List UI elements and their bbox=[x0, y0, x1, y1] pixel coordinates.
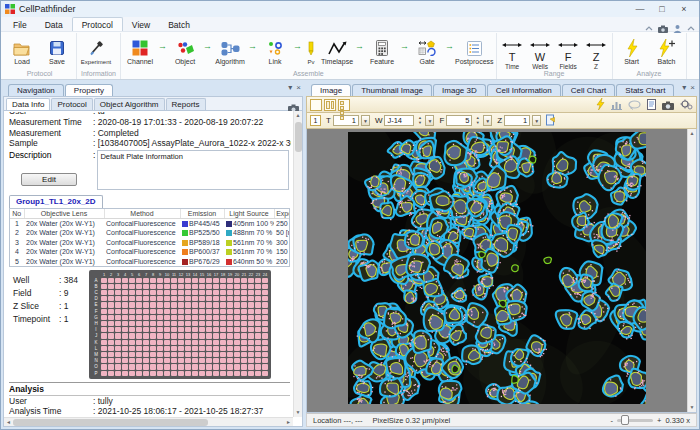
plate-well[interactable] bbox=[178, 352, 184, 357]
save-button[interactable]: Save bbox=[40, 38, 74, 65]
plate-well[interactable] bbox=[129, 371, 135, 376]
plate-well[interactable] bbox=[234, 358, 240, 363]
scroll-up-icon[interactable]: ▲ bbox=[688, 129, 697, 138]
plate-well[interactable] bbox=[248, 309, 254, 314]
tab-cell-chart[interactable]: Cell Chart bbox=[562, 84, 616, 96]
plate-well[interactable] bbox=[164, 371, 170, 376]
feature-button[interactable]: Feature bbox=[365, 38, 399, 65]
plate-well[interactable] bbox=[220, 346, 226, 351]
plate-well[interactable] bbox=[227, 352, 233, 357]
plate-well[interactable] bbox=[122, 371, 128, 376]
plate-well[interactable] bbox=[234, 340, 240, 345]
scroll-left-icon[interactable]: ◄ bbox=[4, 418, 13, 427]
zoom-out-button[interactable]: - bbox=[611, 416, 614, 425]
plate-well[interactable] bbox=[122, 358, 128, 363]
plate-well[interactable] bbox=[178, 302, 184, 307]
plate-well[interactable] bbox=[227, 296, 233, 301]
plate-well[interactable] bbox=[220, 364, 226, 369]
table-row[interactable]: 220x Water (20x W-Y1)ConfocalFluorescenc… bbox=[10, 228, 290, 238]
plate-well[interactable] bbox=[192, 333, 198, 338]
plate-well[interactable] bbox=[143, 352, 149, 357]
plate-well[interactable] bbox=[157, 278, 163, 283]
plate-well[interactable] bbox=[262, 302, 268, 307]
plate-well[interactable] bbox=[199, 352, 205, 357]
plate-well[interactable] bbox=[241, 315, 247, 320]
plate-well[interactable] bbox=[115, 340, 121, 345]
plate-well[interactable] bbox=[164, 296, 170, 301]
plate-well[interactable] bbox=[255, 302, 261, 307]
plate-well[interactable] bbox=[213, 315, 219, 320]
plate-well[interactable] bbox=[171, 327, 177, 332]
plate-well[interactable] bbox=[199, 315, 205, 320]
plate-well[interactable] bbox=[241, 290, 247, 295]
plate-well[interactable] bbox=[241, 321, 247, 326]
plate-well[interactable] bbox=[178, 358, 184, 363]
plate-well[interactable] bbox=[185, 364, 191, 369]
plate-well[interactable] bbox=[101, 340, 107, 345]
plate-well[interactable] bbox=[213, 364, 219, 369]
subtab-reports[interactable]: Reports bbox=[166, 98, 206, 110]
plate-well[interactable] bbox=[199, 371, 205, 376]
horizontal-scrollbar[interactable]: ◄ ► bbox=[4, 417, 293, 426]
plate-well[interactable] bbox=[150, 284, 156, 289]
plate-well[interactable] bbox=[248, 333, 254, 338]
plate-well[interactable] bbox=[129, 315, 135, 320]
plate-well[interactable] bbox=[262, 290, 268, 295]
plate-well[interactable] bbox=[227, 315, 233, 320]
channel-button[interactable]: Channel bbox=[123, 38, 157, 65]
plate-well[interactable] bbox=[129, 340, 135, 345]
plate-well[interactable] bbox=[157, 296, 163, 301]
plate-well[interactable] bbox=[129, 302, 135, 307]
panel-menu-icon[interactable]: ▾ bbox=[288, 83, 292, 92]
image-vertical-scrollbar[interactable]: ▲ ▼ bbox=[687, 129, 696, 412]
plate-well[interactable] bbox=[143, 309, 149, 314]
plate-well[interactable] bbox=[122, 346, 128, 351]
plate-well[interactable] bbox=[157, 321, 163, 326]
plate-well[interactable] bbox=[108, 371, 114, 376]
plate-well[interactable] bbox=[255, 327, 261, 332]
plate-well[interactable] bbox=[115, 346, 121, 351]
plate-well[interactable] bbox=[213, 340, 219, 345]
plate-well[interactable] bbox=[178, 321, 184, 326]
plate-well[interactable] bbox=[143, 315, 149, 320]
plate-well[interactable] bbox=[199, 340, 205, 345]
w-dropdown-icon[interactable]: ▼ bbox=[425, 115, 434, 126]
plate-well[interactable] bbox=[192, 321, 198, 326]
tab-property[interactable]: Property bbox=[65, 84, 113, 96]
plate-well[interactable] bbox=[206, 290, 212, 295]
plate-well[interactable] bbox=[199, 278, 205, 283]
plate-well[interactable] bbox=[227, 321, 233, 326]
plate-well[interactable] bbox=[108, 278, 114, 283]
plate-well[interactable] bbox=[122, 321, 128, 326]
plate-well[interactable] bbox=[164, 290, 170, 295]
plate-well[interactable] bbox=[262, 358, 268, 363]
zoom-slider[interactable] bbox=[617, 419, 653, 422]
plate-well[interactable] bbox=[206, 296, 212, 301]
gate-button[interactable]: Gate bbox=[410, 38, 444, 65]
plate-well[interactable] bbox=[136, 371, 142, 376]
table-row[interactable]: 420x Water (20x W-Y1)ConfocalFluorescenc… bbox=[10, 247, 290, 257]
plate-well[interactable] bbox=[101, 296, 107, 301]
plate-well[interactable] bbox=[115, 358, 121, 363]
plate-well[interactable] bbox=[122, 290, 128, 295]
plate-well[interactable] bbox=[227, 333, 233, 338]
plate-well[interactable] bbox=[108, 302, 114, 307]
plate-well[interactable] bbox=[185, 371, 191, 376]
plate-well[interactable] bbox=[192, 352, 198, 357]
menu-tab-view[interactable]: View bbox=[123, 18, 159, 31]
plate-well[interactable] bbox=[185, 358, 191, 363]
plate-well[interactable] bbox=[248, 358, 254, 363]
plate-well[interactable] bbox=[248, 340, 254, 345]
plate-well[interactable] bbox=[101, 333, 107, 338]
plate-well[interactable] bbox=[178, 284, 184, 289]
plate-well[interactable] bbox=[178, 290, 184, 295]
plate-well[interactable] bbox=[171, 284, 177, 289]
plate-well[interactable] bbox=[129, 284, 135, 289]
plate-well[interactable] bbox=[255, 309, 261, 314]
plate-well[interactable] bbox=[199, 358, 205, 363]
plate-well[interactable] bbox=[108, 346, 114, 351]
plate-well[interactable] bbox=[101, 309, 107, 314]
plate-well[interactable] bbox=[178, 309, 184, 314]
range-z-button[interactable]: Z Z bbox=[583, 34, 610, 70]
plate-well[interactable] bbox=[171, 309, 177, 314]
